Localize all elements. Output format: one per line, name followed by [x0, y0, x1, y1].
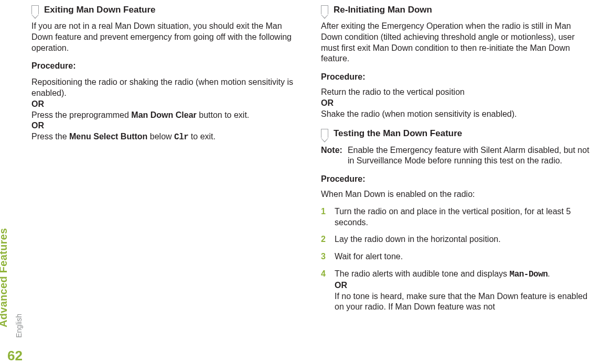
step-body: Turn the radio on and place in the verti… [335, 206, 594, 228]
clr-display-label: Clr [174, 133, 188, 142]
subhead-testing-man-down: Testing the Man Down Feature [321, 128, 594, 139]
subhead-reinitiating-man-down: Re-Initiating Man Down [321, 4, 594, 16]
proc-line-shake: Shake the radio (when motion sensitivity… [321, 109, 517, 118]
page-root: Advanced Features English 62 Exiting Man… [0, 0, 612, 364]
steps-list: 1 Turn the radio on and place in the ver… [321, 203, 594, 316]
language-vertical-label: English [15, 314, 23, 338]
proc-line-reposition: Repositioning the radio or shaking the r… [31, 78, 293, 97]
proc-line-vertical: Return the radio to the vertical positio… [321, 87, 465, 96]
step-item: 1 Turn the radio on and place in the ver… [321, 203, 594, 231]
step-body: Lay the radio down in the horizontal pos… [335, 234, 594, 245]
step-number: 2 [321, 234, 329, 245]
proc-line-menu-mid: below [147, 132, 174, 141]
step-body: Wait for alert tone. [335, 251, 594, 262]
procedure-body: Repositioning the radio or shaking the r… [31, 77, 304, 143]
subhead-exiting-man-down: Exiting Man Down Feature [31, 4, 304, 16]
procedure-label: Procedure: [321, 72, 594, 83]
proc-line-menu-post: to exit. [188, 132, 216, 141]
proc-or: OR [31, 121, 44, 130]
intro-paragraph: If you are not in a real Man Down situat… [31, 21, 304, 53]
proc-or: OR [321, 98, 334, 107]
section-vertical-label: Advanced Features [0, 228, 9, 327]
step4-pre: The radio alerts with audible tone and d… [335, 269, 510, 278]
subhead-title: Exiting Man Down Feature [44, 4, 156, 16]
intro-paragraph: After exiting the Emergency Operation wh… [321, 21, 594, 64]
step-body: The radio alerts with audible tone and d… [335, 269, 594, 313]
menu-select-button-label: Menu Select Button [69, 132, 147, 141]
step-number: 3 [321, 251, 329, 262]
step-number: 1 [321, 206, 329, 217]
note-body: Enable the Emergency feature with Silent… [348, 145, 594, 167]
note-row: Note: Enable the Emergency feature with … [321, 145, 594, 167]
right-column: Re-Initiating Man Down After exiting the… [321, 2, 594, 364]
subhead-title: Testing the Man Down Feature [334, 128, 462, 139]
proc-or: OR [31, 100, 44, 108]
left-column: Exiting Man Down Feature If you are not … [31, 2, 304, 364]
note-key: Note: [321, 145, 342, 167]
step-item: 3 Wait for alert tone. [321, 248, 594, 266]
bookmark-icon [321, 5, 328, 14]
when-line: When Man Down is enabled on the radio: [321, 189, 594, 200]
procedure-body: Return the radio to the vertical positio… [321, 87, 594, 119]
step4-post: . [547, 269, 550, 278]
step-item: 2 Lay the radio down in the horizontal p… [321, 231, 594, 248]
proc-line-menu-pre: Press the [31, 132, 69, 141]
step-item: 4 The radio alerts with audible tone and… [321, 266, 594, 316]
bookmark-icon [321, 129, 328, 138]
content-columns: Exiting Man Down Feature If you are not … [31, 2, 607, 364]
bookmark-icon [31, 5, 39, 14]
man-down-display-label: Man-Down [510, 270, 548, 279]
step4-tail: If no tone is heard, make sure that the … [335, 292, 587, 312]
procedure-label: Procedure: [321, 174, 594, 185]
proc-line-clearbtn-post: button to exit. [197, 111, 250, 119]
proc-line-clearbtn-pre: Press the preprogrammed [31, 111, 131, 119]
man-down-clear-label: Man Down Clear [131, 111, 196, 119]
procedure-label: Procedure: [31, 61, 304, 72]
subhead-title: Re-Initiating Man Down [334, 4, 432, 16]
step-number: 4 [321, 269, 329, 280]
proc-or: OR [335, 281, 347, 290]
page-number: 62 [7, 348, 23, 364]
